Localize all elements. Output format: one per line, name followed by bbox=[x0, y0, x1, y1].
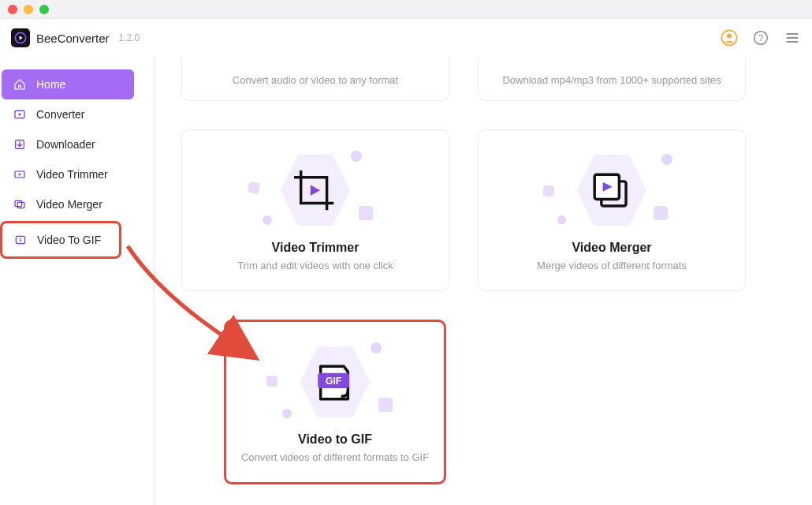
card-icon-area bbox=[545, 151, 679, 230]
content-area: Convert audio or video to any format Dow… bbox=[155, 57, 812, 505]
svg-point-3 bbox=[727, 33, 732, 38]
card-video-merger[interactable]: Video Merger Merge videos of different f… bbox=[478, 129, 746, 291]
card-icon-area bbox=[248, 151, 382, 230]
app-title: BeeConverter bbox=[36, 32, 110, 45]
sidebar-item-label: Converter bbox=[36, 108, 84, 121]
window-close-dot[interactable] bbox=[8, 5, 17, 14]
svg-rect-14 bbox=[15, 200, 22, 206]
help-icon[interactable]: ? bbox=[752, 29, 769, 47]
trimmer-icon bbox=[13, 167, 27, 181]
download-icon bbox=[13, 137, 27, 152]
sidebar-item-label: Home bbox=[36, 78, 65, 91]
svg-text:G: G bbox=[19, 238, 22, 242]
card-desc: Download mp4/mp3 from 1000+ supported si… bbox=[502, 74, 721, 86]
card-video-trimmer[interactable]: Video Trimmer Trim and edit videos with … bbox=[181, 129, 449, 291]
sidebar-item-label: Video Merger bbox=[36, 198, 102, 211]
cards-row-2: GIF Video to GIF Convert videos of diffe… bbox=[181, 320, 785, 484]
card-downloader-partial[interactable]: Download mp4/mp3 from 1000+ supported si… bbox=[478, 57, 746, 101]
card-title: Video Merger bbox=[572, 241, 651, 255]
sidebar-item-home[interactable]: Home bbox=[2, 69, 134, 99]
card-icon-area: GIF bbox=[268, 342, 402, 421]
hamburger-menu-icon[interactable] bbox=[784, 29, 801, 47]
svg-text:GIF: GIF bbox=[326, 376, 341, 387]
window-zoom-dot[interactable] bbox=[39, 5, 49, 14]
card-title: Video Trimmer bbox=[272, 241, 359, 255]
card-desc: Merge videos of different formats bbox=[537, 260, 687, 271]
sidebar-item-video-merger[interactable]: Video Merger bbox=[2, 189, 134, 219]
sidebar-item-video-trimmer[interactable]: Video Trimmer bbox=[2, 159, 134, 189]
gif-icon: GIF bbox=[314, 362, 355, 403]
card-desc: Trim and edit videos with one click bbox=[237, 260, 393, 271]
cards-row-1: Video Trimmer Trim and edit videos with … bbox=[181, 129, 785, 291]
svg-marker-10 bbox=[19, 113, 21, 116]
annotation-box-sidebar: G Video To GIF bbox=[0, 221, 121, 259]
card-converter-partial[interactable]: Convert audio or video to any format bbox=[181, 57, 449, 101]
mac-titlebar bbox=[0, 0, 812, 19]
card-desc: Convert audio or video to any format bbox=[233, 74, 398, 86]
sidebar-item-label: Downloader bbox=[36, 138, 95, 151]
sidebar: Home Converter Downloader Video Trimmer … bbox=[0, 57, 155, 505]
crop-play-icon bbox=[294, 170, 335, 211]
sidebar-item-label: Video Trimmer bbox=[36, 168, 108, 181]
sidebar-item-video-to-gif[interactable]: G Video To GIF bbox=[2, 225, 135, 255]
converter-icon bbox=[13, 107, 27, 122]
svg-marker-18 bbox=[311, 185, 320, 196]
svg-rect-15 bbox=[17, 202, 24, 208]
sidebar-item-downloader[interactable]: Downloader bbox=[2, 129, 134, 159]
card-desc: Convert videos of different formats to G… bbox=[241, 451, 429, 463]
window-minimize-dot[interactable] bbox=[24, 5, 33, 14]
gif-icon: G bbox=[13, 233, 28, 247]
app-logo-icon bbox=[11, 28, 30, 47]
home-icon bbox=[13, 77, 27, 92]
card-title: Video to GIF bbox=[298, 432, 372, 447]
svg-text:?: ? bbox=[758, 33, 763, 43]
app-version: 1.2.0 bbox=[119, 32, 140, 43]
merger-icon bbox=[13, 197, 27, 211]
sidebar-item-label: Video To GIF bbox=[37, 234, 101, 246]
app-header: BeeConverter 1.2.0 ? bbox=[0, 19, 812, 57]
stack-play-icon bbox=[590, 170, 631, 211]
sidebar-item-converter[interactable]: Converter bbox=[2, 99, 134, 129]
svg-marker-1 bbox=[20, 36, 23, 39]
card-video-to-gif[interactable]: GIF Video to GIF Convert videos of diffe… bbox=[224, 320, 446, 484]
main-layout: Home Converter Downloader Video Trimmer … bbox=[0, 57, 812, 505]
svg-marker-13 bbox=[19, 173, 21, 175]
user-account-icon[interactable] bbox=[721, 29, 738, 47]
partial-cards-row: Convert audio or video to any format Dow… bbox=[181, 57, 785, 101]
